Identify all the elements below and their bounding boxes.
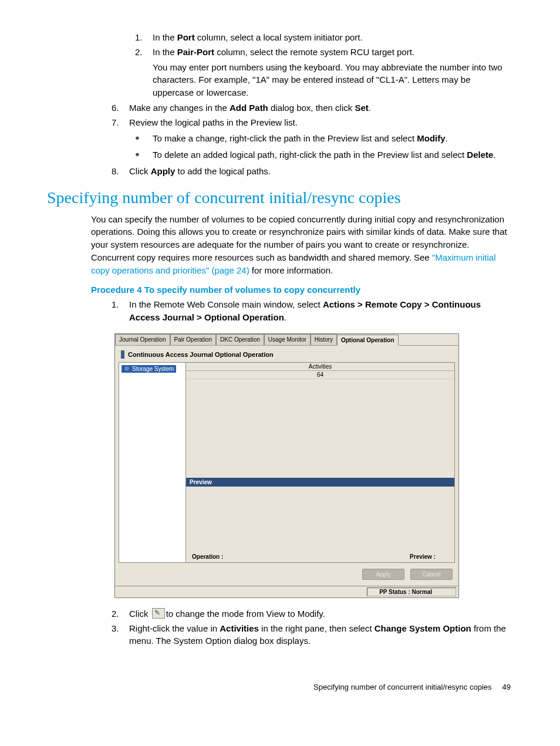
item-number: 2.	[112, 607, 129, 620]
procedure-title: Procedure 4 To specify number of volumes…	[91, 285, 513, 295]
item-number: 6.	[112, 102, 129, 114]
tab-usage-monitor[interactable]: Usage Monitor	[264, 334, 311, 345]
tab-journal-operation[interactable]: Journal Operation	[115, 334, 170, 345]
list-item: 2. Click to change the mode from View to…	[112, 607, 513, 620]
item-body: To make a change, right-click the path i…	[153, 132, 513, 145]
item-body: Review the logical paths in the Preview …	[129, 116, 513, 129]
port-sublist: 1. In the Port column, select a local sy…	[47, 31, 513, 59]
item-body: Right-click the value in Activities in t…	[129, 622, 513, 648]
status-row: Operation : Preview :	[186, 551, 454, 562]
pp-status: PP Status : Normal	[367, 588, 456, 596]
tab-dkc-operation[interactable]: DKC Operation	[216, 334, 264, 345]
footer-text: Specifying number of concurrent initial/…	[313, 683, 491, 691]
panel-title-row: Continuous Access Journal Optional Opera…	[115, 346, 458, 362]
operation-label: Operation :	[192, 553, 223, 560]
procedure-list: 1. In the Remote Web Console main window…	[47, 298, 513, 324]
procedure-list-cont: 2. Click to change the mode from View to…	[47, 607, 513, 647]
bullet-icon: ●	[135, 148, 153, 161]
list-item: 2. In the Pair-Port column, select the r…	[135, 46, 513, 59]
tree-item-storage-system[interactable]: Storage System	[122, 365, 176, 373]
preview-header: Preview	[186, 478, 454, 487]
accent-bar-icon	[121, 350, 124, 359]
grid-empty-area	[186, 379, 454, 478]
list-item: 3. Right-click the value in Activities i…	[112, 622, 513, 648]
tab-history[interactable]: History	[311, 334, 337, 345]
page-footer: Specifying number of concurrent initial/…	[47, 683, 513, 691]
panel-title: Continuous Access Journal Optional Opera…	[128, 351, 274, 358]
bullet-list: ● To make a change, right-click the path…	[47, 132, 513, 161]
item-number: 1.	[135, 31, 153, 44]
item-body: Click Apply to add the logical paths.	[129, 165, 513, 178]
tree-pane: Storage System	[119, 363, 186, 562]
item-body: Make any changes in the Add Path dialog …	[129, 102, 513, 114]
tree-item-label: Storage System	[132, 366, 174, 372]
midlist-cont: 8. Click Apply to add the logical paths.	[47, 165, 513, 178]
preview-pane	[186, 487, 454, 551]
apply-button[interactable]: Apply	[362, 569, 404, 580]
list-item: 1. In the Port column, select a local sy…	[135, 31, 513, 44]
tab-pair-operation[interactable]: Pair Operation	[170, 334, 216, 345]
footer-page-number: 49	[502, 683, 511, 691]
list-item: 1. In the Remote Web Console main window…	[112, 298, 513, 324]
item-body: In the Port column, select a local syste…	[153, 31, 513, 44]
list-item: ● To delete an added logical path, right…	[135, 148, 513, 161]
item-number: 8.	[112, 165, 129, 178]
list-item: 7. Review the logical paths in the Previ…	[112, 116, 513, 129]
section-heading: Specifying number of concurrent initial/…	[47, 188, 513, 207]
button-row: Apply Cancel	[115, 565, 458, 586]
item-body: To delete an added logical path, right-c…	[153, 148, 513, 161]
item-body: Click to change the mode from View to Mo…	[129, 607, 513, 620]
item-number: 1.	[112, 298, 129, 324]
bullet-icon: ●	[135, 132, 153, 145]
list-item: 8. Click Apply to add the logical paths.	[112, 165, 513, 178]
grid-header: Activities	[186, 363, 454, 371]
right-pane: Activities 64 Preview Operation : Previe…	[186, 363, 454, 562]
status-bar: PP Status : Normal	[115, 586, 458, 598]
list-item: 6. Make any changes in the Add Path dial…	[112, 102, 513, 114]
midlist: 6. Make any changes in the Add Path dial…	[47, 102, 513, 129]
page-content: 1. In the Port column, select a local sy…	[0, 0, 560, 715]
item-body: In the Remote Web Console main window, s…	[129, 298, 513, 324]
preview-status-label: Preview :	[410, 553, 436, 560]
grid-value-cell[interactable]: 64	[186, 371, 454, 379]
cancel-button[interactable]: Cancel	[410, 569, 453, 580]
item-number: 7.	[112, 116, 129, 129]
main-split: Storage System Activities 64 Preview Ope…	[119, 362, 455, 563]
item-number: 2.	[135, 46, 153, 59]
item-number: 3.	[112, 622, 129, 648]
tab-optional-operation[interactable]: Optional Operation	[337, 335, 399, 346]
item-body: In the Pair-Port column, select the remo…	[153, 46, 513, 59]
note-paragraph: You may enter port numbers using the key…	[153, 61, 513, 99]
screenshot-figure: Journal Operation Pair Operation DKC Ope…	[114, 333, 459, 598]
list-item: ● To make a change, right-click the path…	[135, 132, 513, 145]
tree-node-icon	[124, 366, 130, 372]
tab-bar: Journal Operation Pair Operation DKC Ope…	[115, 334, 458, 346]
intro-paragraph: You can specify the number of volumes to…	[91, 213, 513, 277]
modify-mode-icon	[152, 608, 165, 619]
